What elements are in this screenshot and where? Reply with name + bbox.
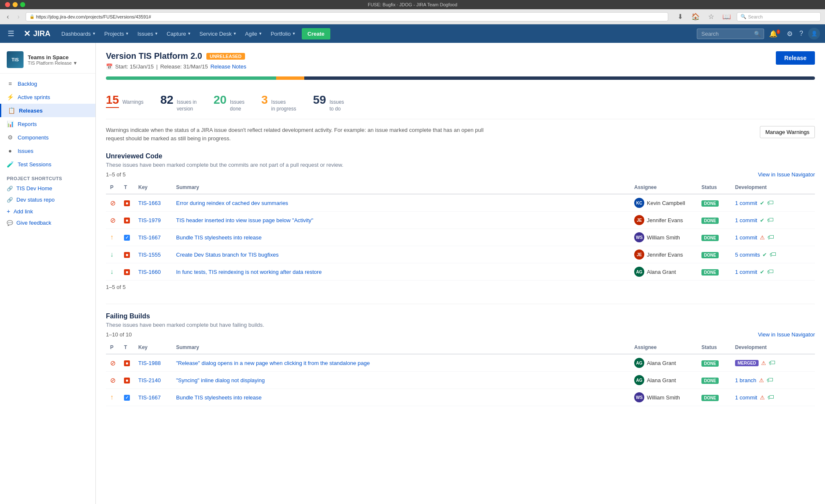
issue-key-link[interactable]: TIS-1667 xyxy=(138,234,161,241)
sidebar-item-test-sessions[interactable]: 🧪 Test Sessions xyxy=(0,158,95,171)
settings-button[interactable]: ⚙ xyxy=(785,28,794,39)
status-cell: DONE xyxy=(697,212,731,229)
download-button[interactable]: ⬇ xyxy=(675,12,685,21)
commit-link[interactable]: 1 commit xyxy=(735,217,757,223)
col-header-p: P xyxy=(106,341,120,354)
manage-warnings-button[interactable]: Manage Warnings xyxy=(760,126,815,138)
avatar: WS xyxy=(634,392,644,402)
nav-dashboards[interactable]: Dashboards ▼ xyxy=(57,24,100,43)
browser-search[interactable]: 🔍 Search xyxy=(737,12,821,21)
issue-summary-link[interactable]: Create Dev Status branch for TIS bugfixe… xyxy=(176,252,279,258)
close-dot[interactable] xyxy=(5,2,10,7)
notifications-button[interactable]: 🔔! xyxy=(767,28,782,39)
help-button[interactable]: ? xyxy=(798,28,805,39)
sidebar-item-components[interactable]: ⚙ Components xyxy=(0,131,95,144)
status-cell: DONE xyxy=(697,354,731,372)
issue-key-link[interactable]: TIS-1555 xyxy=(138,252,161,258)
project-sub[interactable]: TIS Platform Release ▼ xyxy=(28,60,89,66)
sidebar-item-issues[interactable]: ● Issues xyxy=(0,144,95,158)
commit-link[interactable]: 1 commit xyxy=(735,234,757,241)
reading-button[interactable]: 📖 xyxy=(720,12,733,21)
issue-summary-link[interactable]: TIS header inserted into view issue page… xyxy=(176,217,313,223)
bookmark-button[interactable]: ☆ xyxy=(706,12,717,21)
issue-summary-link[interactable]: "Syncing" inline dialog not displaying xyxy=(176,377,265,383)
failing-table-body: ⊘ ■ TIS-1988 "Release" dialog opens in a… xyxy=(106,354,815,406)
table-row: ↓ ■ TIS-1660 In func tests, TIS reindexi… xyxy=(106,263,815,281)
minimize-dot[interactable] xyxy=(13,2,18,7)
commit-link[interactable]: 1 commit xyxy=(735,394,757,401)
create-button[interactable]: Create xyxy=(302,28,330,39)
nav-portfolio[interactable]: Portfolio ▼ xyxy=(266,24,300,43)
dev-cell: MERGED ⚠ 🏷 xyxy=(731,354,815,372)
nav-projects[interactable]: Projects ▼ xyxy=(100,24,133,43)
shortcut-add-link[interactable]: + Add link xyxy=(0,205,95,217)
priority-cell: ⊘ xyxy=(106,354,120,372)
shortcut-give-feedback[interactable]: 💬 Give feedback xyxy=(0,217,95,228)
type-cell: ■ xyxy=(120,212,134,229)
key-cell: TIS-1660 xyxy=(134,263,172,281)
status-badge: DONE xyxy=(701,218,719,224)
stat-warnings[interactable]: 15 Warnings xyxy=(106,93,143,112)
shortcut-dev-status-repo[interactable]: 🔗 Dev status repo xyxy=(0,194,95,205)
sidebar-item-releases[interactable]: 📋 Releases xyxy=(0,104,95,117)
nav-servicedesk[interactable]: Service Desk ▼ xyxy=(195,24,241,43)
total-label: Issues inversion xyxy=(177,99,197,112)
back-button[interactable]: ‹ xyxy=(4,12,11,21)
sidebar-item-backlog[interactable]: ≡ Backlog xyxy=(0,77,95,90)
issue-key-link[interactable]: TIS-1667 xyxy=(138,394,161,401)
sidebar-item-active-sprints[interactable]: ⚡ Active sprints xyxy=(0,90,95,104)
forward-button[interactable]: › xyxy=(15,12,22,21)
issue-summary-link[interactable]: "Release" dialog opens in a new page whe… xyxy=(176,360,370,366)
dev-cell: 1 branch ⚠ 🏷 xyxy=(731,372,815,389)
maximize-dot[interactable] xyxy=(20,2,25,7)
tag-icon: 🏷 xyxy=(767,394,774,401)
issue-key-link[interactable]: TIS-2140 xyxy=(138,377,161,383)
sidebar-item-components-label: Components xyxy=(18,134,49,141)
user-avatar-top[interactable]: 👤 xyxy=(808,28,820,39)
sidebar-item-test-label: Test Sessions xyxy=(18,161,51,168)
commit-link[interactable]: 5 commits xyxy=(735,252,760,258)
issue-key-link[interactable]: TIS-1988 xyxy=(138,360,161,366)
search-container[interactable]: 🔍 xyxy=(697,29,764,39)
view-navigator-link-failing[interactable]: View in Issue Navigator xyxy=(758,331,815,338)
summary-cell: Create Dev Status branch for TIS bugfixe… xyxy=(172,246,630,263)
nav-agile[interactable]: Agile ▼ xyxy=(241,24,266,43)
low-icon: ↓ xyxy=(110,251,113,258)
bug-icon: ■ xyxy=(124,378,130,383)
commit-link[interactable]: 1 commit xyxy=(735,269,757,275)
nav-issues[interactable]: Issues ▼ xyxy=(133,24,163,43)
status-cell: DONE xyxy=(697,372,731,389)
issue-key-link[interactable]: TIS-1660 xyxy=(138,269,161,275)
feedback-icon: 💬 xyxy=(7,220,13,226)
section-title-unreviewed: Unreviewed Code xyxy=(106,152,815,160)
avatar: AG xyxy=(634,375,644,385)
hamburger-menu[interactable]: ☰ xyxy=(5,28,17,39)
issue-summary-link[interactable]: Bundle TIS stylesheets into release xyxy=(176,234,262,241)
issue-summary-link[interactable]: In func tests, TIS reindexing is not wor… xyxy=(176,269,322,275)
warning-description: Warnings indicate when the status of a J… xyxy=(106,126,484,142)
tag-icon: 🏷 xyxy=(767,216,774,224)
window-title: FUSE: Bugfix · JDOG - JIRA Team Dogfood xyxy=(368,2,457,7)
assignee-cell: KC Kevin Campbell xyxy=(630,194,697,212)
bug-icon: ■ xyxy=(124,252,130,258)
issue-summary-link[interactable]: Bundle TIS stylesheets into release xyxy=(176,394,262,401)
shortcut-tis-dev-home[interactable]: 🔗 TIS Dev Home xyxy=(0,183,95,194)
col-header-status: Status xyxy=(697,181,731,194)
sidebar-item-reports[interactable]: 📊 Reports xyxy=(0,117,95,131)
issue-key-link[interactable]: TIS-1663 xyxy=(138,200,161,206)
top-navigation: ☰ ✕ JIRA Dashboards ▼ Projects ▼ Issues … xyxy=(0,24,825,43)
col-header-t: T xyxy=(120,341,134,354)
release-button[interactable]: Release xyxy=(776,51,815,65)
stat-inprogress: 3 Issuesin progress xyxy=(261,93,296,112)
col-header-key: Key xyxy=(134,181,172,194)
issue-summary-link[interactable]: Error during reindex of cached dev summa… xyxy=(176,200,288,206)
commit-link[interactable]: 1 commit xyxy=(735,200,757,206)
home-button[interactable]: 🏠 xyxy=(689,12,702,21)
release-notes-link[interactable]: Release Notes xyxy=(211,63,246,70)
view-navigator-link-unreviewed[interactable]: View in Issue Navigator xyxy=(758,171,815,178)
commit-link[interactable]: 1 branch xyxy=(735,377,756,383)
issue-key-link[interactable]: TIS-1979 xyxy=(138,217,161,223)
url-bar[interactable]: 🔒 https://jdog.jira-dev.com/projects/FUS… xyxy=(26,12,668,21)
backlog-icon: ≡ xyxy=(7,80,13,87)
nav-capture[interactable]: Capture ▼ xyxy=(162,24,195,43)
